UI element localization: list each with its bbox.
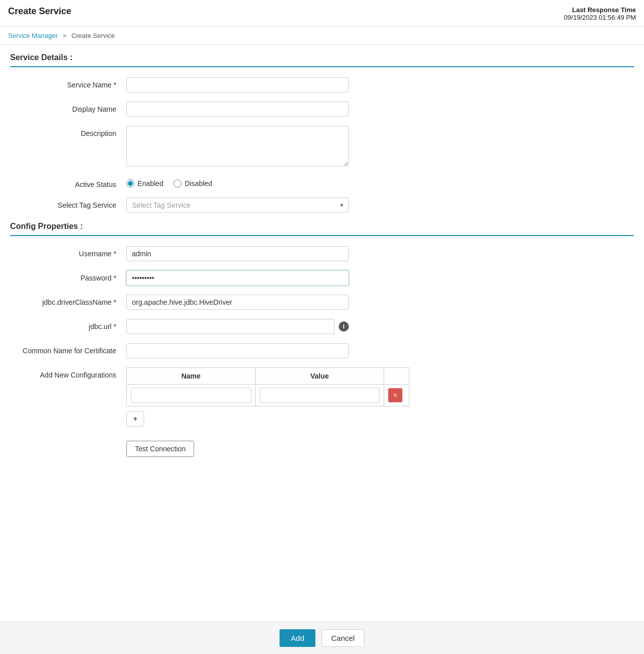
- jdbc-driver-label: jdbc.driverClassName *: [10, 295, 126, 306]
- page-title: Create Service: [8, 6, 71, 17]
- config-name-input[interactable]: [131, 388, 251, 403]
- username-label: Username *: [10, 246, 126, 258]
- jdbc-driver-input[interactable]: [126, 295, 349, 310]
- common-name-row: Common Name for Certificate: [10, 343, 634, 358]
- form-footer: Add Cancel: [0, 622, 644, 654]
- select-tag-service-label: Select Tag Service: [10, 198, 126, 209]
- active-status-row: Active Status Enabled Disabled: [10, 177, 634, 189]
- service-name-label: Service Name *: [10, 77, 126, 89]
- cancel-button[interactable]: Cancel: [321, 629, 364, 647]
- add-new-configurations-label: Add New Configurations: [10, 367, 126, 379]
- select-tag-service-row: Select Tag Service Select Tag Service ▾: [10, 198, 634, 213]
- jdbc-driver-row: jdbc.driverClassName *: [10, 295, 634, 310]
- common-name-label: Common Name for Certificate: [10, 343, 126, 355]
- config-value-col-header: Value: [255, 368, 384, 385]
- jdbc-url-label: jdbc.url *: [10, 319, 126, 331]
- password-input[interactable]: [126, 270, 349, 286]
- service-name-input[interactable]: [126, 77, 349, 92]
- description-row: Description: [10, 126, 634, 168]
- disabled-radio[interactable]: [173, 179, 181, 188]
- display-name-label: Display Name: [10, 102, 126, 113]
- config-name-col-header: Name: [127, 368, 256, 385]
- config-value-input[interactable]: [260, 388, 380, 403]
- service-name-row: Service Name *: [10, 77, 634, 92]
- add-new-configurations-row: Add New Configurations Name Value: [10, 367, 634, 427]
- disabled-label: Disabled: [185, 179, 212, 188]
- test-connection-button[interactable]: Test Connection: [126, 441, 194, 457]
- chevron-down-icon: ▾: [340, 202, 343, 209]
- service-details-header: Service Details :: [10, 53, 634, 67]
- add-config-row-button[interactable]: +: [126, 411, 144, 427]
- config-table: Name Value ×: [126, 367, 409, 406]
- common-name-input[interactable]: [126, 343, 349, 358]
- breadcrumb-current: Create Service: [71, 32, 115, 39]
- config-properties-header: Config Properties :: [10, 222, 634, 236]
- disabled-radio-item[interactable]: Disabled: [173, 179, 212, 188]
- enabled-radio-item[interactable]: Enabled: [126, 179, 163, 188]
- table-row: ×: [127, 385, 409, 406]
- password-row: Password *: [10, 270, 634, 286]
- info-icon[interactable]: i: [339, 321, 349, 332]
- enabled-radio[interactable]: [126, 179, 134, 188]
- display-name-input[interactable]: [126, 102, 349, 117]
- last-response-time: Last Response Time 09/19/2023 01:56:49 P…: [564, 6, 636, 21]
- active-status-label: Active Status: [10, 177, 126, 189]
- jdbc-url-row: jdbc.url * i: [10, 319, 634, 334]
- breadcrumb: Service Manager > Create Service: [0, 27, 644, 45]
- username-row: Username *: [10, 246, 634, 261]
- password-label: Password *: [10, 270, 126, 282]
- add-button[interactable]: Add: [280, 629, 315, 647]
- enabled-label: Enabled: [137, 179, 163, 188]
- select-tag-service-dropdown[interactable]: Select Tag Service ▾: [126, 198, 349, 213]
- delete-config-row-button[interactable]: ×: [388, 388, 402, 402]
- description-textarea[interactable]: [126, 126, 349, 166]
- username-input[interactable]: [126, 246, 349, 261]
- breadcrumb-parent-link[interactable]: Service Manager: [8, 32, 58, 39]
- select-tag-service-placeholder: Select Tag Service: [132, 201, 340, 209]
- jdbc-url-input[interactable]: [126, 319, 335, 334]
- display-name-row: Display Name: [10, 102, 634, 117]
- description-label: Description: [10, 126, 126, 137]
